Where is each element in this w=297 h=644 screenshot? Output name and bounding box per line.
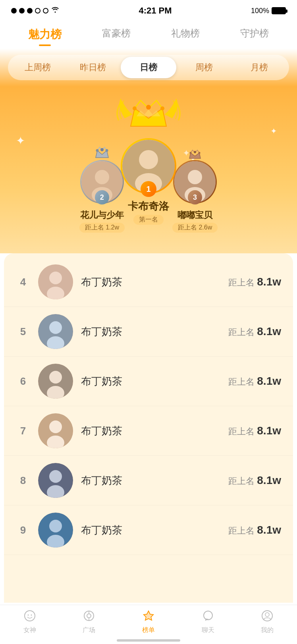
- svg-point-7: [95, 170, 109, 184]
- list-name: 布丁奶茶: [81, 275, 228, 289]
- svg-point-5: [105, 149, 108, 152]
- avatar-ring-rank1: 1: [121, 138, 176, 194]
- nav-label-mine: 我的: [261, 626, 274, 634]
- goddess-icon: [24, 610, 36, 625]
- avatar: [38, 513, 73, 548]
- nav-item-rank[interactable]: 榜单: [142, 610, 155, 634]
- list-rank: 9: [16, 524, 30, 536]
- svg-point-2: [160, 106, 164, 110]
- list-item[interactable]: 9 布丁奶茶 距上名 8.1w: [4, 505, 293, 555]
- svg-point-36: [25, 611, 35, 621]
- rank-badge-1: 1: [141, 181, 156, 197]
- avatar: [38, 463, 73, 498]
- nav-item-chat[interactable]: 聊天: [202, 610, 214, 634]
- tab-charm[interactable]: 魅力榜: [28, 25, 62, 44]
- list-item[interactable]: 7 布丁奶茶 距上名 8.1w: [4, 406, 293, 456]
- signal-dot-3: [27, 8, 33, 13]
- signal-area: [11, 7, 60, 15]
- status-bar: 4:21 PM 100%: [0, 0, 297, 19]
- nav-label-plaza: 广场: [83, 626, 95, 634]
- nav-item-plaza[interactable]: 广场: [83, 610, 95, 634]
- svg-point-40: [87, 614, 91, 618]
- list-name: 布丁奶茶: [81, 374, 228, 388]
- svg-point-45: [265, 613, 269, 617]
- avatar-ring-rank3: 3: [173, 160, 217, 204]
- bottom-nav: 女神 广场 榜单 聊天 我的: [0, 605, 297, 644]
- chat-icon: [202, 610, 214, 625]
- home-indicator: [117, 639, 180, 642]
- avatar-ring-rank2: 2: [80, 160, 124, 204]
- nav-item-mine[interactable]: 我的: [261, 610, 274, 634]
- avatar: [38, 364, 73, 399]
- list-item[interactable]: 4 布丁奶茶 距上名 8.1w: [4, 257, 293, 307]
- crown-rank1-icon: [113, 91, 184, 134]
- signal-dot-4: [35, 8, 40, 13]
- podium-rank3-name: 嘟嘟宝贝: [177, 209, 212, 221]
- list-score: 距上名 8.1w: [228, 375, 281, 388]
- signal-dot-2: [19, 8, 25, 13]
- list-score: 距上名 8.1w: [228, 424, 281, 438]
- svg-point-1: [146, 105, 151, 110]
- rank-badge-2: 2: [95, 190, 109, 204]
- list-score: 距上名 8.1w: [228, 524, 281, 537]
- crown-rank2-icon: [92, 146, 112, 159]
- crown-rank3-icon: [186, 149, 204, 160]
- podium-rank3-sub: 距上名 2.6w: [172, 223, 218, 233]
- list-item[interactable]: 6 布丁奶茶 距上名 8.1w: [4, 357, 293, 406]
- plaza-icon: [83, 610, 95, 625]
- podium-section: At: [0, 87, 297, 253]
- svg-point-37: [27, 615, 29, 616]
- list-name: 布丁奶茶: [81, 325, 228, 339]
- wifi-icon: [51, 7, 60, 15]
- status-time: 4:21 PM: [139, 6, 172, 16]
- tab-rich[interactable]: 富豪榜: [102, 25, 131, 44]
- period-tab-month[interactable]: 月榜: [231, 57, 287, 78]
- battery-area: 100%: [251, 7, 286, 15]
- nav-label-rank: 榜单: [142, 626, 155, 634]
- podium-rank1-name: 卡布奇洛: [128, 199, 169, 213]
- list-score: 距上名 8.1w: [228, 276, 281, 289]
- list-rank: 7: [16, 425, 30, 437]
- period-tab-yesterday[interactable]: 昨日榜: [66, 57, 121, 78]
- svg-point-10: [139, 150, 158, 169]
- podium-rank3[interactable]: 3 嘟嘟宝贝 距上名 2.6w: [172, 160, 218, 233]
- svg-point-0: [133, 106, 137, 110]
- avatar: [38, 314, 73, 349]
- period-tab-bar: 上周榜 昨日榜 日榜 周榜 月榜: [0, 48, 297, 87]
- podium-rank2[interactable]: 2 花儿与少年 距上名 1.2w: [79, 160, 125, 233]
- list-item[interactable]: 8 布丁奶茶 距上名 8.1w: [4, 456, 293, 505]
- podium-rank1-sub: 第一名: [133, 215, 164, 225]
- list-name: 布丁奶茶: [81, 474, 228, 488]
- list-rank: 6: [16, 375, 30, 388]
- list-rank: 4: [16, 276, 30, 288]
- svg-point-31: [49, 470, 62, 483]
- period-tab-week[interactable]: 周榜: [176, 57, 232, 78]
- list-rank: 8: [16, 474, 30, 487]
- svg-point-3: [96, 149, 98, 152]
- ranking-list: 4 布丁奶茶 距上名 8.1w 5 布丁奶茶 距上名 8.1w 6 布丁奶茶 距…: [4, 253, 293, 603]
- svg-point-34: [49, 520, 62, 532]
- list-score: 距上名 8.1w: [228, 474, 281, 487]
- signal-dot-5: [43, 8, 48, 13]
- period-tab-day[interactable]: 日榜: [121, 57, 176, 78]
- tab-guard[interactable]: 守护榜: [240, 25, 269, 44]
- tab-gift[interactable]: 礼物榜: [171, 25, 200, 44]
- battery-percent: 100%: [251, 7, 269, 15]
- svg-point-4: [100, 148, 104, 151]
- svg-point-38: [31, 615, 32, 616]
- nav-label-goddess: 女神: [23, 626, 36, 634]
- svg-point-25: [49, 371, 62, 384]
- nav-item-goddess[interactable]: 女神: [23, 610, 36, 634]
- podium-rank1[interactable]: 1 卡布奇洛 第一名: [121, 138, 176, 225]
- svg-point-12: [190, 152, 192, 154]
- period-tab-lastweek[interactable]: 上周榜: [10, 57, 66, 78]
- mine-icon: [261, 610, 273, 625]
- nav-label-chat: 聊天: [202, 626, 214, 634]
- rank-badge-3: 3: [188, 190, 202, 204]
- list-name: 布丁奶茶: [81, 424, 228, 438]
- svg-point-14: [199, 152, 201, 154]
- list-item[interactable]: 5 布丁奶茶 距上名 8.1w: [4, 307, 293, 357]
- battery-icon: [272, 7, 286, 14]
- signal-dot-1: [11, 8, 17, 13]
- podium-rank2-name: 花儿与少年: [80, 209, 124, 221]
